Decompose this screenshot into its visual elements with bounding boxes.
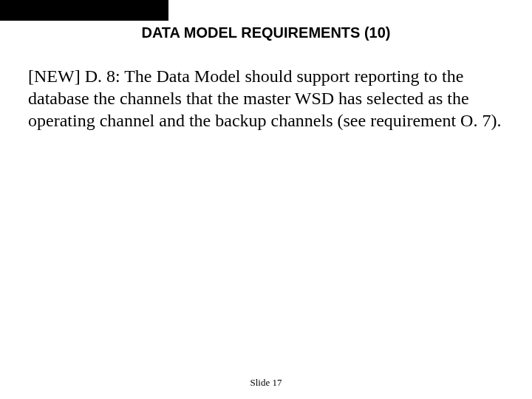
- slide-body-text: [NEW] D. 8: The Data Model should suppor…: [28, 65, 504, 132]
- slide-number-footer: Slide 17: [0, 377, 532, 389]
- slide-title: DATA MODEL REQUIREMENTS (10): [0, 24, 532, 41]
- header-black-bar: [0, 0, 168, 21]
